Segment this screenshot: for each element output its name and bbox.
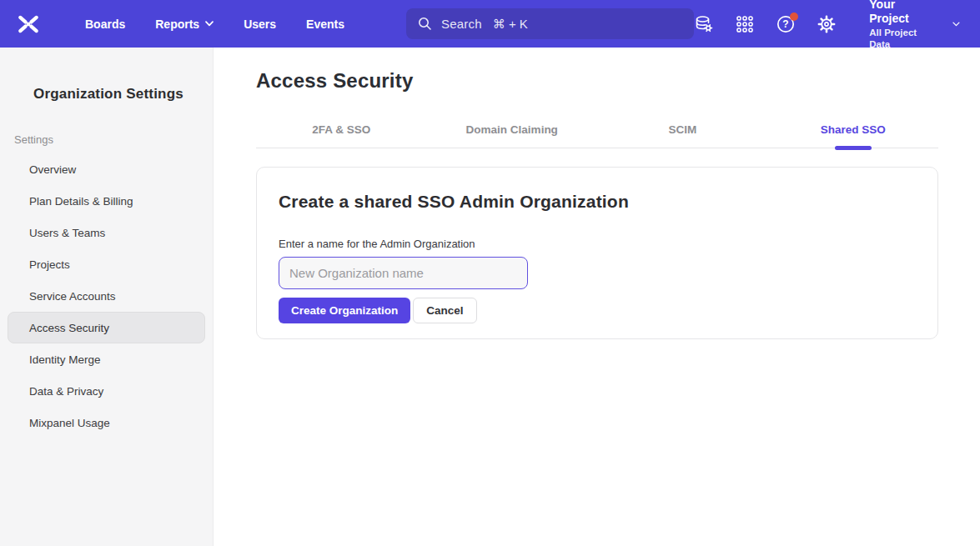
sidebar-item-plan-details-billing[interactable]: Plan Details & Billing: [8, 185, 205, 217]
project-name: Your Project: [869, 0, 922, 27]
sidebar-item-label: Service Accounts: [29, 290, 116, 303]
svg-text:?: ?: [783, 18, 789, 30]
sidebar-item-projects[interactable]: Projects: [8, 248, 205, 280]
settings-gear-icon[interactable]: [817, 14, 837, 34]
settings-sidebar: Organization Settings Settings Overview …: [0, 48, 214, 546]
chevron-down-icon[interactable]: [952, 21, 960, 28]
sidebar-item-label: Access Security: [29, 322, 109, 334]
create-sso-org-card: Create a shared SSO Admin Organization E…: [256, 167, 938, 339]
create-organization-button[interactable]: Create Organization: [279, 298, 410, 323]
search-shortcut: ⌘ + K: [493, 17, 528, 32]
tab-shared-sso[interactable]: Shared SSO: [768, 123, 939, 136]
nav-item-boards[interactable]: Boards: [70, 0, 140, 48]
tab-label: SCIM: [668, 123, 696, 136]
tab-label: 2FA & SSO: [312, 123, 370, 136]
chevron-down-icon: [205, 21, 214, 27]
nav-item-reports[interactable]: Reports: [140, 0, 229, 48]
sidebar-item-overview[interactable]: Overview: [8, 153, 205, 185]
sidebar-item-label: Plan Details & Billing: [29, 195, 133, 208]
nav-item-users[interactable]: Users: [229, 0, 291, 48]
search-placeholder: Search: [441, 17, 482, 31]
sidebar-item-label: Data & Privacy: [29, 385, 103, 398]
tab-scim[interactable]: SCIM: [597, 123, 768, 136]
primary-nav: Boards Reports Users Events: [70, 0, 359, 48]
nav-item-label: Reports: [155, 18, 199, 31]
sidebar-item-mixpanel-usage[interactable]: Mixpanel Usage: [8, 407, 205, 438]
sidebar-item-label: Identity Merge: [29, 353, 101, 366]
org-name-input-label: Enter a name for the Admin Organization: [279, 238, 916, 250]
org-name-input[interactable]: [279, 257, 528, 289]
tab-bar: 2FA & SSO Domain Claiming SCIM Shared SS…: [256, 123, 938, 148]
top-navigation-bar: Boards Reports Users Events Search ⌘ + K: [0, 0, 980, 48]
help-icon[interactable]: ?: [776, 14, 796, 34]
sidebar-item-data-privacy[interactable]: Data & Privacy: [8, 375, 205, 407]
nav-item-label: Users: [244, 18, 276, 31]
tab-label: Domain Claiming: [466, 123, 558, 136]
apps-grid-icon[interactable]: [735, 14, 755, 34]
card-actions: Create Organization Cancel: [279, 298, 916, 323]
sidebar-title: Organization Settings: [33, 86, 213, 103]
sidebar-item-label: Projects: [29, 258, 70, 271]
sidebar-item-label: Overview: [29, 163, 76, 176]
notification-dot: [790, 13, 798, 21]
nav-item-label: Events: [306, 18, 344, 31]
tab-domain-claiming[interactable]: Domain Claiming: [427, 123, 598, 136]
sidebar-items: Overview Plan Details & Billing Users & …: [0, 153, 213, 438]
sidebar-item-users-teams[interactable]: Users & Teams: [8, 217, 205, 248]
tab-2fa-sso[interactable]: 2FA & SSO: [256, 123, 427, 136]
sidebar-item-label: Users & Teams: [29, 227, 105, 239]
sidebar-item-service-accounts[interactable]: Service Accounts: [8, 280, 205, 312]
sidebar-item-label: Mixpanel Usage: [29, 417, 110, 429]
sidebar-section-label: Settings: [14, 133, 213, 146]
nav-item-events[interactable]: Events: [291, 0, 359, 48]
project-selector[interactable]: Your Project All Project Data: [869, 0, 922, 50]
nav-item-label: Boards: [85, 18, 125, 31]
search-icon: [418, 17, 432, 31]
main-content: Access Security 2FA & SSO Domain Claimin…: [214, 48, 980, 546]
page-title: Access Security: [256, 69, 980, 93]
sidebar-item-identity-merge[interactable]: Identity Merge: [8, 343, 205, 375]
tab-label: Shared SSO: [821, 123, 886, 136]
cancel-button[interactable]: Cancel: [413, 298, 476, 323]
data-management-icon[interactable]: [694, 14, 714, 34]
global-search-bar[interactable]: Search ⌘ + K: [406, 8, 694, 39]
sidebar-item-access-security[interactable]: Access Security: [8, 312, 205, 343]
card-heading: Create a shared SSO Admin Organization: [279, 192, 916, 212]
mixpanel-logo-icon[interactable]: [17, 14, 40, 34]
nav-right-cluster: ? Your Project A: [694, 0, 965, 50]
